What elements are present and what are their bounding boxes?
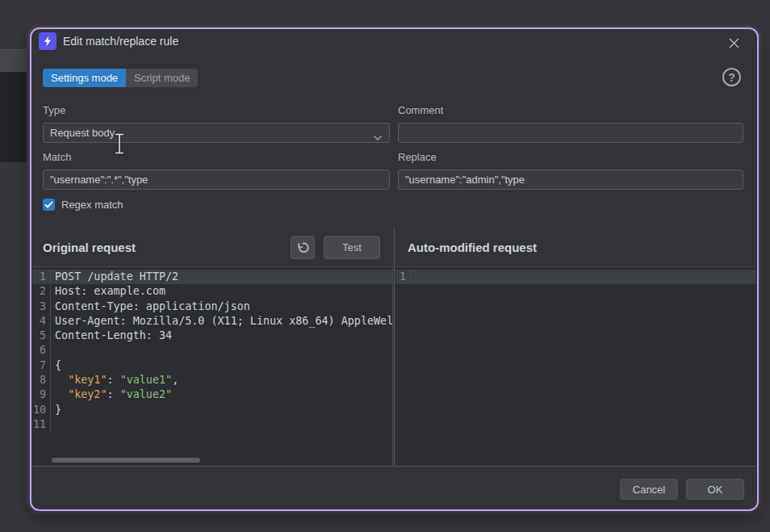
editor-line[interactable]: 5Content-Length: 34 (32, 329, 392, 343)
type-dropdown[interactable] (43, 123, 390, 143)
tab-settings-mode[interactable]: Settings mode (43, 69, 126, 87)
background-app-toolbar-fragment (0, 49, 27, 73)
code-line: "key1": "value1", (51, 373, 392, 387)
line-number: 7 (32, 358, 51, 373)
help-icon[interactable]: ? (722, 68, 741, 86)
line-number: 6 (32, 343, 51, 358)
code-line: Content-Length: 34 (51, 329, 392, 343)
replace-label: Replace (398, 151, 437, 163)
code-line: "key2": "value2" (51, 387, 392, 402)
code-line (51, 343, 392, 358)
editor-line[interactable]: 2Host: example.com (32, 284, 392, 299)
match-label: Match (43, 151, 71, 163)
editor-line[interactable]: 1POST /update HTTP/2 (32, 270, 392, 284)
code-line: } (51, 403, 392, 417)
editor-line[interactable]: 4User-Agent: Mozilla/5.0 (X11; Linux x86… (32, 314, 392, 329)
editor-line[interactable]: 3Content-Type: application/json (32, 300, 392, 314)
auto-modified-request-editor[interactable]: 1 (395, 266, 755, 467)
cancel-button[interactable]: Cancel (620, 479, 678, 500)
ok-button[interactable]: OK (686, 479, 744, 500)
original-request-heading: Original request (43, 241, 136, 254)
regex-checkbox-label: Regex match (61, 199, 123, 211)
line-number: 8 (32, 373, 51, 387)
checkmark-icon (44, 201, 53, 208)
type-label: Type (43, 104, 65, 116)
editor-line[interactable]: 7{ (32, 358, 392, 373)
original-request-editor[interactable]: 1POST /update HTTP/22Host: example.com3C… (32, 266, 393, 467)
code-line (51, 417, 392, 432)
horizontal-scrollbar[interactable] (52, 458, 200, 463)
code-line (411, 270, 755, 284)
auto-modified-request-heading: Auto-modified request (408, 241, 537, 254)
undo-arrow-icon (296, 241, 309, 254)
line-number: 3 (32, 300, 51, 314)
code-line: Content-Type: application/json (51, 300, 392, 314)
lightning-bolt-icon (39, 32, 56, 50)
comment-input[interactable] (398, 123, 743, 143)
editor-line[interactable]: 10} (32, 403, 392, 417)
line-number: 1 (32, 270, 51, 284)
line-number: 2 (32, 284, 51, 299)
editor-line[interactable]: 11 (32, 417, 392, 432)
editor-line[interactable]: 8 "key1": "value1", (32, 373, 392, 387)
code-line: Host: example.com (51, 284, 392, 299)
editor-line[interactable]: 9 "key2": "value2" (32, 387, 392, 402)
match-input[interactable] (43, 170, 390, 190)
code-line: { (51, 358, 392, 373)
replace-input[interactable] (398, 170, 743, 190)
regex-match-row: Regex match (43, 199, 123, 211)
editor-line[interactable]: 1 (395, 270, 755, 284)
test-button[interactable]: Test (324, 236, 380, 259)
background-app-panel-fragment (0, 73, 27, 162)
comment-label: Comment (398, 104, 443, 116)
line-number: 4 (32, 314, 51, 329)
line-number: 5 (32, 329, 51, 343)
mode-tabs: Settings mode Script mode (43, 69, 198, 87)
dialog-title: Edit match/replace rule (63, 35, 178, 48)
code-line: POST /update HTTP/2 (51, 270, 392, 284)
line-number: 9 (32, 387, 51, 402)
line-number: 10 (32, 403, 51, 417)
panel-divider (394, 228, 395, 467)
editor-line[interactable]: 6 (32, 343, 392, 358)
line-number: 1 (395, 270, 411, 284)
close-icon[interactable] (725, 34, 743, 52)
line-number: 11 (32, 417, 51, 432)
code-line: User-Agent: Mozilla/5.0 (X11; Linux x86_… (51, 314, 392, 329)
reset-button[interactable] (291, 236, 315, 259)
help-glyph: ? (728, 71, 735, 84)
regex-checkbox[interactable] (43, 199, 55, 211)
edit-match-replace-rule-dialog: Edit match/replace rule Settings mode Sc… (30, 27, 759, 511)
tab-script-mode[interactable]: Script mode (126, 69, 198, 87)
